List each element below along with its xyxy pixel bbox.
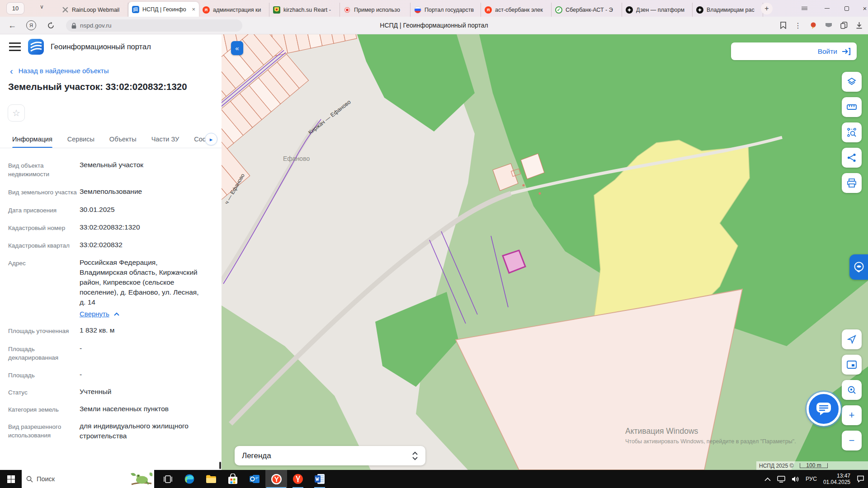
tab-sberbank-ast[interactable]: ✓ Сбербанк-АСТ - Э	[552, 3, 622, 17]
more-tabs-button[interactable]: ▸	[205, 133, 217, 145]
attr-value: для индивидуального жилищного строительс…	[80, 421, 201, 441]
tab-strip: RainLoop Webmail НСПД | Геоинфо × Я адми…	[58, 0, 763, 17]
attr-label: Вид земельного участка	[8, 187, 77, 197]
volume-icon[interactable]	[792, 476, 799, 483]
login-button[interactable]: Войти	[731, 42, 857, 60]
feedback-side-tab[interactable]	[849, 254, 868, 280]
zoom-out-button[interactable]: −	[842, 431, 862, 450]
locate-button[interactable]	[842, 329, 862, 349]
attr-value: Учтенный	[80, 387, 201, 397]
share-button[interactable]	[842, 148, 862, 168]
tray-expand-icon[interactable]	[764, 477, 771, 481]
tab-ast-sberbank[interactable]: Я аст-сбербанк элек	[481, 3, 552, 17]
extension-shield-icon[interactable]	[825, 23, 832, 28]
layers-icon	[847, 77, 857, 87]
tab-information[interactable]: Информация	[12, 130, 52, 148]
attr-value: 33:02:020832:1320	[80, 222, 201, 232]
attr-value: -	[80, 370, 201, 380]
tab-nspd-active[interactable]: НСПД | Геоинфо ×	[128, 2, 199, 17]
kebab-menu-icon[interactable]: ⋮	[794, 21, 802, 30]
back-to-results-link[interactable]: ‹ Назад в найденные объекты	[10, 67, 108, 75]
red-dot-icon	[344, 6, 351, 14]
browser-menu-icon[interactable]	[794, 0, 815, 17]
ru-flag-icon	[414, 6, 421, 14]
layers-button[interactable]	[842, 72, 862, 92]
attribute-row: Статус Учтенный	[8, 387, 216, 397]
search-input[interactable]	[37, 475, 113, 483]
attr-label: Площадь декларированная	[8, 343, 77, 362]
attribute-row-address: Адрес Российская Федерация, Владимирская…	[8, 258, 216, 319]
tab-title: kirzhach.su Reart -	[283, 7, 336, 13]
panel-scrollbar-thumb[interactable]	[219, 462, 221, 469]
window-minimize-button[interactable]	[816, 0, 837, 17]
attribute-row: Кадастровый квартал 33:02:020832	[8, 240, 216, 250]
tab-administration[interactable]: Я администрация ки	[199, 3, 269, 17]
minimap-button[interactable]	[842, 355, 862, 375]
ruler-icon	[847, 103, 857, 111]
yandex-icon	[292, 474, 303, 484]
tab-title: Сбербанк-АСТ - Э	[566, 7, 618, 13]
window-close-button[interactable]: ×	[854, 0, 868, 17]
attribute-row: Вид разрешенного использования для индив…	[8, 421, 216, 441]
locate-arrow-icon	[847, 335, 856, 344]
back-link-label: Назад в найденные объекты	[19, 67, 109, 75]
area-search-button[interactable]	[842, 122, 862, 142]
tab-vladimirtsam[interactable]: Владимирцам рас	[693, 3, 763, 17]
tab-services[interactable]: Сервисы	[67, 130, 94, 148]
chat-widget-button[interactable]	[807, 392, 841, 426]
attr-label: Площадь уточненная	[8, 325, 77, 335]
start-button[interactable]	[0, 470, 22, 488]
network-icon[interactable]	[777, 476, 785, 483]
extension-pin-icon[interactable]	[810, 22, 817, 29]
language-indicator[interactable]: РУС	[806, 476, 817, 482]
file-explorer-button[interactable]	[200, 470, 222, 488]
notification-icon[interactable]	[857, 475, 864, 483]
outlook-button[interactable]	[244, 470, 265, 488]
attr-value: 1 832 кв. м	[80, 325, 201, 335]
taskbar-search[interactable]	[22, 470, 154, 488]
tab-primer[interactable]: Пример использо	[340, 3, 410, 17]
new-tab-button[interactable]: +	[761, 3, 773, 14]
print-button[interactable]	[842, 173, 862, 193]
legend-expand-icon	[412, 451, 418, 460]
tab-title: Владимирцам рас	[707, 7, 759, 13]
tab-title: RainLoop Webmail	[72, 7, 124, 13]
tab-close-icon[interactable]: ×	[192, 6, 195, 13]
yandex-app-button[interactable]	[287, 470, 309, 488]
collapse-panel-button[interactable]: «	[231, 41, 243, 55]
bookmark-icon[interactable]	[780, 22, 786, 29]
menu-hamburger-icon[interactable]	[9, 42, 21, 53]
map-canvas[interactable]: Киржач — Ефаново ч — Ефаново Ефаново « В…	[222, 34, 868, 470]
tab-list-dropdown-icon[interactable]: ∨	[40, 4, 44, 10]
attr-label: Кадастровый квартал	[8, 240, 77, 250]
tab-counter[interactable]: 10	[6, 2, 24, 14]
tab-dzen[interactable]: Дзен — платформ	[622, 3, 693, 17]
tabs-copy-icon[interactable]	[840, 22, 848, 29]
download-icon[interactable]	[856, 22, 863, 29]
collapse-address-link[interactable]: Свернуть	[80, 309, 119, 319]
object-search-button[interactable]	[842, 380, 862, 400]
collapse-label: Свернуть	[80, 309, 109, 319]
tab-rainloop[interactable]: RainLoop Webmail	[58, 3, 128, 17]
clock[interactable]: 13:47 01.04.2025	[823, 473, 850, 485]
measure-button[interactable]	[842, 97, 862, 117]
tab-parts[interactable]: Части ЗУ	[151, 130, 179, 148]
address-bar: ← Я nspd.gov.ru НСПД | Геоинформационный…	[0, 17, 868, 34]
folder-icon	[206, 474, 217, 483]
task-view-button[interactable]	[157, 470, 179, 488]
edge-app-button[interactable]	[179, 470, 200, 488]
attr-label: Вид разрешенного использования	[8, 421, 77, 441]
zoom-in-button[interactable]: +	[842, 405, 862, 425]
word-button[interactable]	[309, 470, 330, 488]
attr-label: Вид объекта недвижимости	[8, 160, 77, 178]
legend-bar[interactable]: Легенда	[235, 446, 425, 465]
ms-store-button[interactable]	[222, 470, 244, 488]
tab-gosportal[interactable]: Портал государств	[410, 3, 481, 17]
attribute-row: Вид земельного участка Землепользование	[8, 187, 216, 197]
attr-value: Земли населенных пунктов	[80, 404, 201, 414]
tab-title: НСПД | Геоинфо	[142, 6, 190, 13]
favorite-star-button[interactable]: ☆	[8, 104, 25, 122]
tab-kirzhach[interactable]: kirzhach.su Reart -	[269, 3, 340, 17]
tab-objects[interactable]: Объекты	[109, 130, 137, 148]
yandex-browser-button[interactable]	[265, 470, 287, 488]
